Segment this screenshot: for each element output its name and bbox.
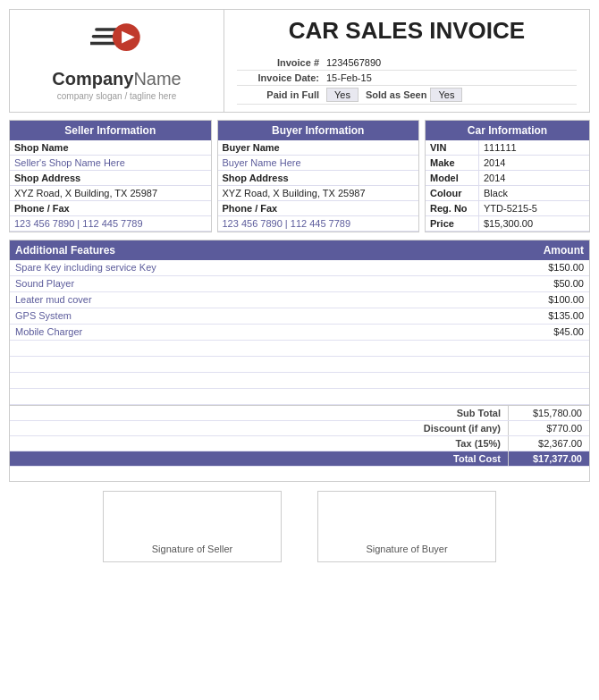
car-make-row: Make 2014 bbox=[426, 156, 589, 171]
invoice-number-row: Invoice # 1234567890 bbox=[237, 55, 577, 71]
subtotal-label: Sub Total bbox=[366, 406, 509, 420]
car-model-label: Model bbox=[426, 171, 479, 185]
feature-row-2: Leater mud cover $100.00 bbox=[10, 292, 589, 308]
feature-name-4: Mobile Charger bbox=[15, 326, 503, 338]
buyer-address-value: XYZ Road, X Building, TX 25987 bbox=[223, 188, 415, 198]
car-model-value: 2014 bbox=[479, 171, 510, 185]
total-cost-label: Total Cost bbox=[366, 451, 509, 466]
paid-label: Paid in Full bbox=[237, 89, 326, 100]
car-regno-label: Reg. No bbox=[426, 201, 479, 215]
seller-address-label: Shop Address bbox=[14, 173, 207, 183]
feature-amount-1: $50.00 bbox=[503, 278, 584, 290]
total-cost-value: $17,377.00 bbox=[509, 451, 589, 466]
buyer-header: Buyer Information bbox=[218, 121, 419, 140]
car-make-label: Make bbox=[426, 156, 479, 170]
seller-address-label-row: Shop Address bbox=[10, 171, 211, 186]
feature-row-5 bbox=[10, 341, 589, 357]
car-colour-row: Colour Black bbox=[426, 186, 589, 201]
logo-section: CompanyName company slogan / tagline her… bbox=[10, 10, 224, 112]
invoice-title: CAR SALES INVOICE bbox=[237, 17, 577, 48]
features-col-header-feature: Additional Features bbox=[15, 244, 503, 257]
seller-name-value: Seller's Shop Name Here bbox=[14, 157, 207, 168]
paid-row: Paid in Full Yes Sold as Seen Yes bbox=[237, 86, 577, 105]
buyer-address-label: Shop Address bbox=[223, 173, 415, 183]
invoice-date-row: Invoice Date: 15-Feb-15 bbox=[237, 71, 577, 86]
sold-value: Yes bbox=[430, 88, 462, 102]
feature-row-8 bbox=[10, 389, 589, 405]
tax-label: Tax (15%) bbox=[366, 436, 509, 451]
feature-amount-7 bbox=[503, 375, 584, 386]
buyer-address-value-row: XYZ Road, X Building, TX 25987 bbox=[218, 186, 419, 201]
invoice-number-value: 1234567890 bbox=[326, 57, 577, 68]
buyer-name-value: Buyer Name Here bbox=[223, 157, 415, 168]
buyer-name-value-row: Buyer Name Here bbox=[218, 156, 419, 171]
company-name: CompanyName bbox=[52, 69, 181, 89]
subtotal-row: Sub Total $15,780.00 bbox=[10, 406, 589, 421]
features-section: Additional Features Amount Spare Key inc… bbox=[9, 240, 590, 482]
feature-name-0: Spare Key including service Key bbox=[15, 262, 503, 274]
feature-amount-0: $150.00 bbox=[503, 262, 584, 274]
invoice-info-section: CAR SALES INVOICE Invoice # 1234567890 I… bbox=[224, 10, 589, 112]
buyer-name-label-row: Buyer Name bbox=[218, 140, 419, 156]
feature-row-7 bbox=[10, 373, 589, 389]
feature-row-1: Sound Player $50.00 bbox=[10, 276, 589, 292]
car-vin-label: VIN bbox=[426, 140, 479, 155]
invoice-date-value: 15-Feb-15 bbox=[326, 72, 577, 83]
car-colour-value: Black bbox=[479, 186, 512, 200]
feature-amount-5 bbox=[503, 342, 584, 354]
features-header-row: Additional Features Amount bbox=[10, 240, 589, 260]
seller-address-value: XYZ Road, X Building, TX 25987 bbox=[14, 188, 207, 198]
features-rows: Spare Key including service Key $150.00 … bbox=[10, 260, 589, 405]
discount-row: Discount (if any) $770.00 bbox=[10, 421, 589, 436]
tax-value: $2,367.00 bbox=[509, 436, 589, 451]
car-colour-label: Colour bbox=[426, 186, 479, 200]
seller-signature-label: Signature of Seller bbox=[152, 544, 233, 554]
features-col-header-amount: Amount bbox=[503, 244, 584, 257]
buyer-phone-label: Phone / Fax bbox=[223, 203, 415, 214]
seller-phone-label-row: Phone / Fax bbox=[10, 201, 211, 216]
car-header: Car Information bbox=[426, 121, 589, 140]
car-vin-value: 111111 bbox=[479, 140, 521, 155]
feature-amount-8 bbox=[503, 391, 584, 402]
signatures-section: Signature of Seller Signature of Buyer bbox=[9, 491, 590, 562]
discount-value: $770.00 bbox=[509, 421, 589, 435]
feature-name-5 bbox=[15, 342, 503, 354]
buyer-phone-label-row: Phone / Fax bbox=[218, 201, 419, 216]
seller-signature-box: Signature of Seller bbox=[103, 491, 282, 562]
car-regno-row: Reg. No YTD-5215-5 bbox=[426, 201, 589, 216]
buyer-phone-value-row: 123 456 7890 | 112 445 7789 bbox=[218, 216, 419, 232]
buyer-phone-value: 123 456 7890 | 112 445 7789 bbox=[223, 218, 415, 229]
company-tagline: company slogan / tagline here bbox=[57, 91, 176, 101]
paid-value: Yes bbox=[326, 88, 359, 102]
feature-name-3: GPS System bbox=[15, 310, 503, 322]
totals-section: Sub Total $15,780.00 Discount (if any) $… bbox=[10, 405, 589, 467]
buyer-signature-box: Signature of Buyer bbox=[317, 491, 496, 562]
feature-amount-2: $100.00 bbox=[503, 294, 584, 306]
car-regno-value: YTD-5215-5 bbox=[479, 201, 542, 215]
car-model-row: Model 2014 bbox=[426, 171, 589, 186]
seller-name-value-row: Seller's Shop Name Here bbox=[10, 156, 211, 171]
invoice-header: CompanyName company slogan / tagline her… bbox=[9, 9, 590, 113]
invoice-fields: Invoice # 1234567890 Invoice Date: 15-Fe… bbox=[237, 55, 577, 105]
car-price-row: Price $15,300.00 bbox=[426, 216, 589, 232]
seller-name-label-row: Shop Name bbox=[10, 140, 211, 156]
seller-info-box: Seller Information Shop Name Seller's Sh… bbox=[9, 120, 212, 232]
car-info-box: Car Information VIN 111111 Make 2014 Mod… bbox=[425, 120, 590, 232]
seller-phone-value: 123 456 7890 | 112 445 7789 bbox=[14, 218, 207, 229]
feature-name-2: Leater mud cover bbox=[15, 294, 503, 306]
feature-row-6 bbox=[10, 357, 589, 373]
feature-name-6 bbox=[15, 358, 503, 370]
feature-amount-4: $45.00 bbox=[503, 326, 584, 338]
subtotal-value: $15,780.00 bbox=[509, 406, 589, 420]
feature-name-1: Sound Player bbox=[15, 278, 503, 290]
car-price-value: $15,300.00 bbox=[479, 216, 537, 231]
discount-label: Discount (if any) bbox=[366, 421, 509, 435]
feature-row-0: Spare Key including service Key $150.00 bbox=[10, 260, 589, 276]
car-vin-row: VIN 111111 bbox=[426, 140, 589, 156]
total-cost-row: Total Cost $17,377.00 bbox=[10, 451, 589, 467]
company-logo-icon bbox=[90, 21, 144, 65]
invoice-date-label: Invoice Date: bbox=[237, 72, 326, 83]
buyer-name-label: Buyer Name bbox=[223, 142, 415, 153]
feature-amount-6 bbox=[503, 358, 584, 370]
feature-name-7 bbox=[15, 375, 503, 386]
